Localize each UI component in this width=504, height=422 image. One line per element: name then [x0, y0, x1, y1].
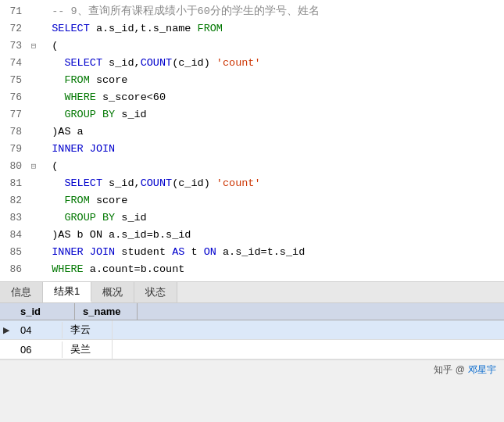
line-number: 74: [0, 55, 28, 72]
code-line: 77 GROUP BY s_id: [0, 106, 504, 123]
code-line: 78 )AS a: [0, 123, 504, 141]
line-content: GROUP BY s_id: [39, 209, 504, 227]
line-number: 72: [0, 20, 28, 38]
line-number: 82: [0, 192, 28, 209]
code-line: 71 -- 9、查询所有课程成绩小于60分的学生的学号、姓名: [0, 3, 504, 20]
code-token: [39, 246, 52, 258]
code-token: )AS a: [39, 126, 84, 138]
row-marker: ▶: [0, 325, 13, 335]
code-token: )AS b ON a.s_id=b.s_id: [39, 229, 191, 241]
code-line: 81 SELECT s_id,COUNT(c_id) 'count': [0, 175, 504, 192]
line-content: SELECT s_id,COUNT(c_id) 'count': [39, 175, 504, 192]
code-token: FROM: [198, 23, 223, 34]
line-content: INNER JOIN student AS t ON a.s_id=t.s_id: [39, 244, 504, 261]
code-token: [39, 177, 64, 189]
code-line: 73⊟ (: [0, 38, 504, 55]
code-token: WHERE: [52, 263, 84, 275]
tabs-bar: 信息结果1概况状态: [0, 281, 504, 303]
code-line: 82 FROM score: [0, 192, 504, 209]
watermark-prefix: 知乎 @: [434, 363, 465, 377]
code-token: (c_id): [172, 177, 216, 189]
code-token: AS: [172, 246, 184, 258]
table-header-cell: s_name: [75, 303, 138, 320]
line-number: 78: [0, 123, 28, 141]
table-body: ▶04李云06吴兰: [0, 320, 504, 359]
line-content: (: [39, 158, 504, 175]
tab-status[interactable]: 状态: [134, 282, 177, 302]
code-line: 83 GROUP BY s_id: [0, 209, 504, 227]
code-token: [39, 91, 64, 103]
line-number: 86: [0, 261, 28, 278]
code-token: SELECT: [64, 57, 102, 69]
code-token: s_id: [115, 212, 147, 224]
tab-info[interactable]: 信息: [0, 282, 43, 302]
code-token: s_id,: [102, 57, 141, 69]
table-cell: 李云: [63, 320, 113, 339]
code-token: ON: [204, 246, 216, 258]
line-number: 75: [0, 72, 28, 89]
code-token: [39, 40, 52, 52]
code-token: (: [52, 40, 58, 52]
line-number: 83: [0, 209, 28, 227]
watermark-bar: 知乎 @ 邓星宇: [0, 359, 504, 380]
code-token: s_id,: [102, 177, 141, 189]
line-content: SELECT a.s_id,t.s_name FROM: [39, 20, 504, 38]
tab-result1[interactable]: 结果1: [43, 282, 91, 302]
line-content: WHERE s_score<60: [39, 89, 504, 106]
line-content: (: [39, 38, 504, 55]
table-cell: 04: [13, 322, 63, 338]
code-token: s_id: [115, 109, 147, 120]
code-token: student: [115, 246, 172, 258]
line-number: 81: [0, 175, 28, 192]
fold-icon[interactable]: ⊟: [28, 158, 39, 175]
code-token: a.s_id=t.s_id: [216, 246, 305, 258]
code-token: [39, 23, 52, 34]
line-number: 79: [0, 141, 28, 158]
watermark-user: 邓星宇: [468, 363, 496, 377]
code-line: 80⊟ (: [0, 158, 504, 175]
results-table: s_ids_name ▶04李云06吴兰: [0, 303, 504, 359]
code-token: 'count': [216, 57, 261, 69]
row-marker-header: [0, 303, 13, 320]
line-content: -- 9、查询所有课程成绩小于60分的学生的学号、姓名: [39, 3, 504, 20]
code-token: [39, 263, 52, 275]
line-content: )AS b ON a.s_id=b.s_id: [39, 227, 504, 244]
code-token: [39, 160, 52, 172]
code-token: GROUP BY: [64, 109, 115, 120]
code-token: [39, 195, 64, 206]
line-number: 71: [0, 3, 28, 20]
code-line: 74 SELECT s_id,COUNT(c_id) 'count': [0, 55, 504, 72]
code-token: score: [90, 74, 128, 86]
table-row[interactable]: 06吴兰: [0, 340, 504, 359]
code-token: COUNT: [141, 57, 173, 69]
code-line: 72 SELECT a.s_id,t.s_name FROM: [0, 20, 504, 38]
code-token: INNER JOIN: [52, 246, 115, 258]
line-number: 73: [0, 38, 28, 55]
line-content: INNER JOIN: [39, 141, 504, 158]
table-header-cell: s_id: [13, 303, 75, 320]
table-row[interactable]: ▶04李云: [0, 320, 504, 340]
code-token: -- 9、查询所有课程成绩小于60分的学生的学号、姓名: [39, 5, 320, 17]
code-editor: 71 -- 9、查询所有课程成绩小于60分的学生的学号、姓名72 SELECT …: [0, 0, 504, 281]
code-token: [39, 212, 64, 224]
code-token: FROM: [64, 74, 89, 86]
code-token: (: [52, 160, 58, 172]
code-line: 86 WHERE a.count=b.count: [0, 261, 504, 278]
line-number: 84: [0, 227, 28, 244]
code-token: COUNT: [141, 177, 173, 189]
code-token: [39, 109, 64, 120]
code-token: GROUP BY: [64, 212, 115, 224]
code-token: SELECT: [64, 177, 102, 189]
line-number: 80: [0, 158, 28, 175]
code-line: 75 FROM score: [0, 72, 504, 89]
code-token: INNER JOIN: [52, 143, 115, 155]
line-number: 85: [0, 244, 28, 261]
fold-icon[interactable]: ⊟: [28, 38, 39, 55]
code-token: FROM: [64, 195, 89, 206]
line-content: FROM score: [39, 72, 504, 89]
code-token: (c_id): [172, 57, 216, 69]
code-token: a.count=b.count: [84, 263, 185, 275]
line-content: FROM score: [39, 192, 504, 209]
tab-overview[interactable]: 概况: [91, 282, 134, 302]
table-cell: 06: [13, 342, 63, 358]
